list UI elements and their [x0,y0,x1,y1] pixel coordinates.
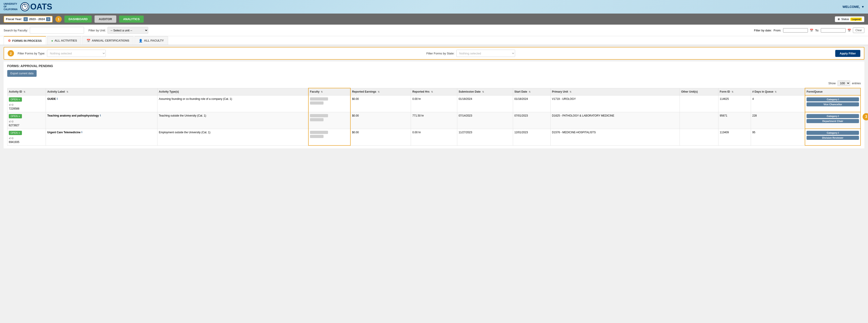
sort-icon[interactable]: ⇅ [482,91,484,93]
tag-count: 0 [12,137,13,139]
auditor-button[interactable]: AUDITOR [94,15,116,23]
cell-reported-hrs: 0.00 hr [411,129,457,146]
oats-logo: OATS [20,2,52,11]
status-legend-button[interactable]: 🖥 Status Legend [835,16,864,22]
filter-unit-select[interactable]: -- Select a unit -- [107,27,148,34]
filter-type-label: Filter Forms by Type: [18,52,45,55]
cell-reported-hrs: 771.50 hr [411,112,457,129]
filter-date-label: Filter by date: [754,29,772,32]
col-activity-types: Activity Type(s) [157,88,308,95]
fiscal-year-label: Fiscal Year: [6,18,22,21]
fiscal-year-value: 2023 - 2024 [29,18,45,21]
activity-type-value: Employment outside the University (Cat. … [159,131,210,134]
entries-select[interactable]: 100 [837,80,850,86]
open-label: OPEN [11,131,18,134]
entries-label: entries [852,82,861,85]
tab-forms-in-process[interactable]: ⚙ FORMS IN PROCESS [4,36,46,45]
user-menu-button[interactable]: ▼ [861,5,864,8]
app-header: UNIVERSITYOFCALIFORNIA OATS WELCOME, ▼ [0,0,868,13]
data-table: Activity ID ⇅ Activity Label ⇅ Activity … [7,88,861,146]
col-other-units: Other Unit(s) [680,88,718,95]
table-header-row: Activity ID ⇅ Activity Label ⇅ Activity … [7,88,861,95]
cell-reported-earnings: $0.00 [350,129,411,146]
tab-all-faculty[interactable]: 👤 ALL FACULTY [134,36,168,45]
filter-state-select[interactable]: Nothing selected [456,50,515,57]
activity-id-value: 6941935 [9,140,44,144]
cell-activity-type: Employment outside the University (Cat. … [157,129,308,146]
col-activity-label: Activity Label ⇅ [46,88,157,95]
cell-form-id: 114625 [718,95,751,112]
tag-row: 🏷 0 [9,137,44,139]
cell-primary-unit: V1719 - UROLOGY [551,95,680,112]
queue-badge-line2[interactable]: Vice Chancellor [807,102,859,106]
cell-form-queue: Category I Department Chair [805,112,861,129]
sort-icon[interactable]: ⇅ [732,91,733,93]
search-faculty-input[interactable] [30,27,84,34]
calendar-to-icon[interactable]: 📅 [847,29,851,32]
open-button[interactable]: OPEN + [9,131,22,135]
open-button[interactable]: OPEN + [9,97,22,102]
cell-submission-date: 07/14/2023 [457,112,513,129]
info-icon[interactable]: ℹ [57,97,58,100]
queue-badge-line1: Category I [807,131,859,135]
calendar-icon: 📅 [87,39,90,42]
uc-logo: UNIVERSITYOFCALIFORNIA [4,3,18,11]
faculty-name-blurred [310,97,328,100]
tabs-container: ⚙ FORMS IN PROCESS ● ALL ACTIVITIES 📅 AN… [0,36,868,45]
export-button[interactable]: Export current data [7,70,37,77]
cell-faculty [308,95,350,112]
queue-badge-line2[interactable]: Division Reviewer [807,136,859,140]
faculty-name-blurred2 [310,101,323,105]
sort-icon[interactable]: ⇅ [24,91,25,93]
apply-filter-button[interactable]: Apply Filter [835,50,861,57]
table-row: OPEN + 🏷 0 6941935 Urgent Care Telemedic… [7,129,861,146]
dashboard-button[interactable]: DASHBOARD [64,15,92,23]
open-label: OPEN [11,115,18,118]
activity-id-value: 6273927 [9,124,44,127]
cell-activity-id: OPEN + 🏷 0 6941935 [7,129,46,146]
open-button[interactable]: OPEN + [9,114,22,118]
activity-id-value: 7228588 [9,107,44,110]
activity-label-value: GUIDE ℹ [47,97,156,100]
queue-badge-line2[interactable]: Department Chair [807,119,859,123]
calendar-from-icon[interactable]: 📅 [810,29,813,32]
cell-form-queue: Category I Vice Chancellor [805,95,861,112]
col-faculty: Faculty ⇅ [308,88,350,95]
tab-activities-label: ALL ACTIVITIES [55,39,77,42]
sort-icon[interactable]: ⇅ [431,91,433,93]
analytics-button[interactable]: ANALYTICS [119,15,144,23]
search-faculty-group: Search by Faculty: [4,27,84,34]
legend-badge: Legend [850,18,862,21]
info-icon[interactable]: ℹ [81,131,82,134]
monitor-icon: 🖥 [837,18,840,21]
sort-icon[interactable]: ⇅ [321,91,322,93]
cell-other-units [680,112,718,129]
sort-icon[interactable]: ⇅ [378,91,379,93]
tab-all-activities[interactable]: ● ALL ACTIVITIES [47,36,81,45]
activity-label-value: Teaching anatomy and pathophysiology ℹ [47,114,156,117]
cell-faculty [308,129,350,146]
plus-icon: + [18,131,20,135]
filter-type-select[interactable]: Nothing selected [47,50,106,57]
info-icon[interactable]: ℹ [100,114,101,117]
col-primary-unit: Primary Unit ⇅ [551,88,680,95]
show-label: Show [828,82,836,85]
sort-icon[interactable]: ⇅ [569,91,571,93]
cell-activity-label: GUIDE ℹ [46,95,157,112]
next-year-button[interactable]: > [46,17,51,21]
sort-icon[interactable]: ⇅ [66,91,68,93]
tag-icon: 🏷 [9,137,11,139]
clear-button[interactable]: Clear [853,28,864,33]
cell-activity-id: OPEN + 🏷 0 6273927 [7,112,46,129]
tab-annual-certifications[interactable]: 📅 ANNUAL CERTIFICATIONS [82,36,133,45]
toolbar: Fiscal Year: < 2023 - 2024 > 1 DASHBOARD… [0,13,868,25]
cell-other-units [680,95,718,112]
sort-icon[interactable]: ⇅ [775,91,776,93]
from-date-input[interactable] [783,28,808,33]
step3-badge: 3 [863,113,868,120]
cell-activity-type: Assuming founding or co-founding role of… [157,95,308,112]
prev-year-button[interactable]: < [24,17,28,21]
to-date-input[interactable] [821,28,846,33]
faculty-name-blurred [310,131,328,134]
sort-icon[interactable]: ⇅ [529,91,530,93]
